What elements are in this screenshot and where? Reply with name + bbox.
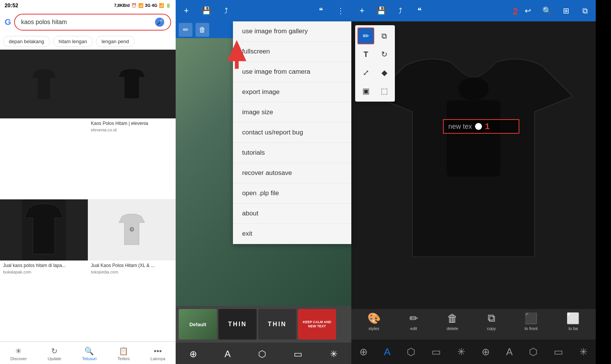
bottom-tool-5[interactable]: ✳ (330, 349, 338, 359)
discover-icon: ✳ (15, 346, 22, 356)
action-to-front[interactable]: ⬛ to front (524, 312, 538, 331)
lainnya-label: Lainnya (150, 356, 165, 361)
delete-label: delete (447, 326, 458, 331)
menu-exit[interactable]: exit (233, 224, 351, 244)
bottom-icon-1[interactable]: ⊕ (359, 346, 368, 358)
to-front-label: to front (525, 326, 538, 331)
nav-terkini[interactable]: 📋 Terkini (115, 345, 133, 362)
tshirt-grid-button[interactable]: ⊞ (558, 3, 574, 18)
menu-use-camera[interactable]: use image from camera (233, 62, 351, 82)
float-pencil-button[interactable]: ✏ (357, 28, 374, 44)
action-delete[interactable]: 🗑 delete (447, 312, 458, 331)
delete-button[interactable]: 🗑 (196, 23, 209, 37)
float-pencil-icon: ✏ (363, 31, 369, 40)
chip-depan[interactable]: depan belakang (3, 36, 50, 47)
bottom-icon-3[interactable]: ⬡ (407, 346, 415, 358)
menu-about[interactable]: about (233, 204, 351, 224)
menu-contact[interactable]: contact us/report bug (233, 123, 351, 143)
thumb-thin-1[interactable]: THIN (218, 309, 257, 340)
float-fill-button[interactable]: ◆ (376, 64, 393, 81)
menu-export[interactable]: export image (233, 82, 351, 102)
action-copy[interactable]: ⧉ copy (487, 312, 496, 331)
tshirt-zoom-icon: 🔍 (542, 6, 552, 15)
menu-image-size[interactable]: image size (233, 102, 351, 123)
float-rotate-button[interactable]: ↻ (376, 46, 393, 63)
thumb-thin-2[interactable]: THIN (258, 309, 296, 340)
float-copy-button[interactable]: ⧉ (376, 28, 393, 44)
chip-lengan[interactable]: lengan pend (96, 36, 135, 47)
results-grid: Kaos Polos Hitam | elevenia elevenia.co.… (0, 50, 176, 341)
bottom-icon-2-text[interactable]: A (384, 346, 390, 358)
result-item-3[interactable]: Jual kaos polos hitam di lapa... bukalap… (0, 199, 88, 341)
float-fill-icon: ◆ (381, 68, 387, 77)
tshirt-layers-button[interactable]: ⧉ (577, 3, 593, 18)
tshirt-canvas[interactable]: ✏ ⧉ T ↻ ⤢ ◆ (351, 21, 596, 309)
bottom-icon-10[interactable]: ✳ (579, 346, 588, 358)
menu-use-gallery[interactable]: use image from gallery (233, 21, 351, 42)
tshirt-zoom-button[interactable]: 🔍 (539, 3, 554, 18)
styles-icon: 🎨 (367, 312, 381, 325)
bottom-icon-5[interactable]: ✳ (457, 346, 466, 358)
menu-fullscreen[interactable]: fullscreen (233, 42, 351, 62)
search-input-box[interactable]: kaos polos hitam 🎤 (14, 14, 171, 31)
bottom-icon-6[interactable]: ⊕ (482, 346, 490, 358)
tshirt-undo-button[interactable]: ↩ (520, 3, 535, 18)
search-panel: 20:52 7,8KB/d ⏰ 📶 3G 4G 📶 🔋 G kaos polos… (0, 0, 176, 364)
nav-discover[interactable]: ✳ Discover (7, 345, 30, 362)
tshirt-quote-button[interactable]: ❝ (412, 3, 427, 18)
bottom-icon-7[interactable]: A (506, 346, 512, 358)
chip-hitam[interactable]: hitam lengan (53, 36, 93, 47)
copy-icon: ⧉ (488, 312, 495, 325)
float-select-button[interactable]: ⬚ (376, 83, 393, 99)
pencil-icon: ✏ (183, 26, 189, 34)
microphone-icon[interactable]: 🎤 (155, 18, 164, 27)
thumb-default[interactable]: Default (179, 309, 217, 340)
result-item-1[interactable] (0, 50, 88, 199)
editor-toolbar: + 💾 ⤴ ❝ ⋮ (176, 0, 351, 21)
bottom-icon-9[interactable]: ▭ (554, 346, 563, 358)
bottom-tool-1[interactable]: ⊕ (189, 349, 197, 359)
bottom-icon-8[interactable]: ⬡ (529, 346, 538, 358)
menu-tutorials[interactable]: tutorials (233, 143, 351, 163)
thumb-keepcalm[interactable]: KEEP CALM AND NEW TEXT (298, 309, 336, 340)
float-text-button[interactable]: T (357, 46, 374, 63)
float-frame-button[interactable]: ▣ (357, 83, 374, 99)
menu-open-plp[interactable]: open .plp file (233, 183, 351, 204)
menu-autosave[interactable]: recover autosave (233, 163, 351, 183)
nav-lainnya[interactable]: ••• Lainnya (147, 345, 168, 362)
action-to-back[interactable]: ⬜ to ba (566, 312, 580, 331)
result-item-4[interactable]: ⚙ Jual Kaos Polos Hitam (XL & ... tokope… (88, 199, 176, 341)
text-selection-box[interactable]: new tex 1 (443, 119, 519, 134)
result-item-2[interactable]: Kaos Polos Hitam | elevenia elevenia.co.… (88, 50, 176, 199)
tshirt-save-button[interactable]: 💾 (373, 3, 389, 18)
bottom-icon-4[interactable]: ▭ (432, 346, 441, 358)
bottom-tool-2[interactable]: A (225, 349, 231, 359)
result-source-2: elevenia.co.id (91, 128, 173, 132)
float-move-button[interactable]: ⤢ (357, 64, 374, 81)
to-back-label: to ba (569, 326, 578, 331)
share-button[interactable]: ⤴ (218, 3, 234, 18)
nav-update[interactable]: ↻ Update (45, 345, 64, 362)
float-move-icon: ⤢ (363, 68, 369, 77)
add-icon: + (184, 6, 189, 16)
add-button[interactable]: + (179, 3, 194, 18)
tshirt-add-button[interactable]: + (354, 3, 370, 18)
action-edit[interactable]: ✏ edit (409, 312, 418, 331)
pencil-button[interactable]: ✏ (179, 23, 192, 37)
nav-telusuri[interactable]: 🔍 Telusuri (79, 345, 100, 362)
result-title-2: Kaos Polos Hitam | elevenia (91, 121, 173, 127)
search-results: Kaos Polos Hitam | elevenia elevenia.co.… (0, 50, 176, 341)
bottom-tool-3[interactable]: ⬡ (258, 349, 266, 359)
bottom-tool-4[interactable]: ▭ (294, 349, 302, 359)
tshirt-share-button[interactable]: ⤴ (393, 3, 408, 18)
thumb-thin-2-label: THIN (268, 321, 286, 328)
svg-rect-5 (447, 100, 500, 177)
more-button[interactable]: ⋮ (333, 3, 348, 18)
result-image-2 (88, 50, 176, 118)
quote-button[interactable]: ❝ (313, 3, 328, 18)
save-button[interactable]: 💾 (199, 3, 214, 18)
action-styles[interactable]: 🎨 styles (367, 312, 381, 331)
result-title-3: Jual kaos polos hitam di lapa... (3, 263, 85, 269)
terkini-label: Terkini (118, 356, 130, 361)
tshirt-bottom-actions: 🎨 styles ✏ edit 🗑 delete ⧉ copy ⬛ to fro… (351, 309, 596, 340)
